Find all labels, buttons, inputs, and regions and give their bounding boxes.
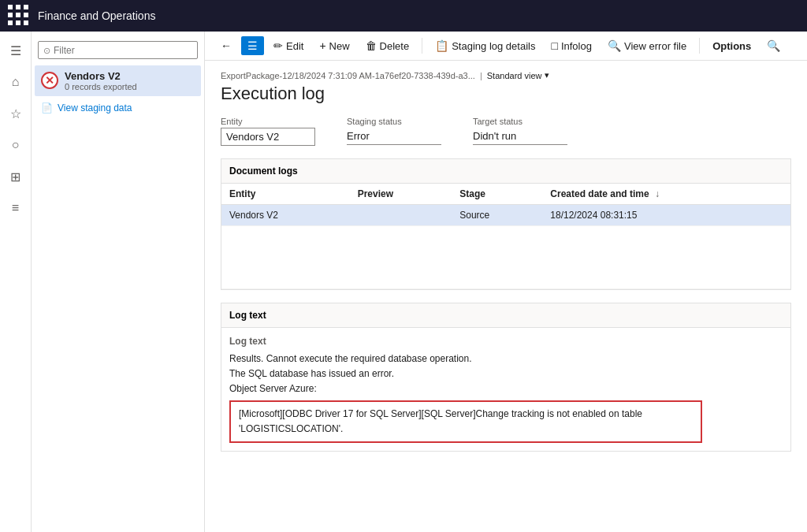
search-icon bbox=[767, 39, 780, 52]
infolog-icon bbox=[551, 39, 557, 52]
page-title: Execution log bbox=[221, 84, 791, 104]
separator-1 bbox=[422, 38, 422, 54]
col-preview[interactable]: Preview bbox=[350, 184, 452, 205]
log-text-title: Log text bbox=[221, 303, 790, 328]
modules-icon[interactable] bbox=[3, 195, 28, 221]
new-label: New bbox=[329, 40, 350, 52]
menu-button[interactable] bbox=[241, 36, 264, 55]
filter-input[interactable] bbox=[54, 45, 192, 56]
app-title: Finance and Operations bbox=[38, 9, 155, 22]
view-error-label: View error file bbox=[624, 40, 686, 52]
log-line-1: Results. Cannot execute the required dat… bbox=[229, 352, 783, 366]
app-grid-icon[interactable] bbox=[8, 5, 30, 27]
infolog-label: Infolog bbox=[561, 40, 592, 52]
favorites-icon[interactable] bbox=[3, 101, 28, 126]
edit-button[interactable]: Edit bbox=[267, 36, 310, 55]
delete-button[interactable]: Delete bbox=[359, 36, 416, 55]
log-error-line-2: 'LOGISTICSLOCATION'. bbox=[239, 422, 693, 437]
target-status-label: Target status bbox=[473, 117, 567, 126]
filter-box[interactable] bbox=[38, 41, 198, 59]
standard-view-label: Standard view bbox=[487, 71, 542, 80]
document-logs-container: Document logs Entity Preview Stage Creat… bbox=[221, 158, 791, 290]
entity-label: Entity bbox=[221, 117, 315, 126]
sidebar-item-name: Vendors V2 bbox=[65, 70, 137, 82]
options-label: Options bbox=[712, 40, 751, 52]
col-stage[interactable]: Stage bbox=[452, 184, 542, 205]
log-text-lines: Results. Cannot execute the required dat… bbox=[229, 352, 783, 443]
edit-label: Edit bbox=[286, 40, 303, 52]
row-preview bbox=[350, 205, 452, 226]
back-button[interactable] bbox=[214, 36, 238, 55]
document-logs-table: Entity Preview Stage Created date and ti… bbox=[221, 184, 790, 289]
vendors-sidebar-item[interactable]: ✕ Vendors V2 0 records exported bbox=[35, 65, 201, 96]
staging-status-label: Staging status bbox=[347, 117, 441, 126]
delete-label: Delete bbox=[380, 40, 410, 52]
sidebar: ✕ Vendors V2 0 records exported View sta… bbox=[32, 32, 205, 532]
row-stage: Source bbox=[452, 205, 542, 226]
new-button[interactable]: New bbox=[313, 36, 355, 55]
entity-fields-row: Entity Vendors V2 Staging status Error T… bbox=[221, 117, 791, 146]
infolog-button[interactable]: Infolog bbox=[545, 36, 598, 55]
view-staging-label: View staging data bbox=[58, 102, 132, 113]
filter-icon bbox=[43, 44, 50, 56]
chevron-down-icon: ▾ bbox=[545, 70, 549, 80]
home-icon[interactable] bbox=[3, 69, 28, 95]
view-error-button[interactable]: View error file bbox=[601, 36, 693, 55]
icon-rail bbox=[0, 32, 32, 532]
error-icon: ✕ bbox=[41, 72, 58, 89]
row-created: 18/12/2024 08:31:15 bbox=[542, 205, 790, 226]
log-line-2: The SQL database has issued an error. bbox=[229, 366, 783, 381]
target-status-field-group: Target status Didn't run bbox=[473, 117, 567, 146]
main-scroll[interactable]: ExportPackage-12/18/2024 7:31:09 AM-1a76… bbox=[205, 61, 807, 532]
back-icon bbox=[221, 39, 232, 52]
command-bar: Edit New Delete Staging log details Info… bbox=[205, 32, 807, 61]
col-entity[interactable]: Entity bbox=[221, 184, 350, 205]
content-area: Edit New Delete Staging log details Info… bbox=[205, 32, 807, 532]
top-bar: Finance and Operations bbox=[0, 0, 807, 32]
log-text-section: Log text Log text Results. Cannot execut… bbox=[221, 303, 791, 452]
log-sublabel: Log text bbox=[229, 336, 783, 347]
staging-doc-icon bbox=[41, 102, 53, 113]
sidebar-item-sub: 0 records exported bbox=[65, 82, 137, 91]
target-status-value: Didn't run bbox=[473, 128, 567, 145]
staging-log-button[interactable]: Staging log details bbox=[429, 36, 541, 55]
staging-icon bbox=[435, 39, 448, 52]
log-line-3: Object Server Azure: bbox=[229, 381, 783, 396]
table-spacer-row bbox=[221, 226, 790, 289]
entity-value[interactable]: Vendors V2 bbox=[221, 128, 315, 146]
staging-status-field-group: Staging status Error bbox=[347, 117, 441, 146]
staging-log-label: Staging log details bbox=[452, 40, 535, 52]
document-logs-title: Document logs bbox=[221, 159, 790, 184]
view-error-icon bbox=[608, 39, 621, 52]
standard-view-selector[interactable]: Standard view ▾ bbox=[487, 70, 550, 80]
options-button[interactable]: Options bbox=[706, 37, 757, 55]
menu-icon bbox=[247, 39, 258, 52]
row-entity: Vendors V2 bbox=[221, 205, 350, 226]
document-logs-table-container: Entity Preview Stage Created date and ti… bbox=[221, 184, 790, 289]
separator-2 bbox=[699, 38, 700, 54]
recent-icon[interactable] bbox=[3, 132, 28, 158]
breadcrumb-separator: | bbox=[480, 71, 482, 80]
hamburger-icon[interactable] bbox=[3, 38, 28, 63]
log-error-line-1: [Microsoft][ODBC Driver 17 for SQL Serve… bbox=[239, 407, 693, 422]
table-row[interactable]: Vendors V2 Source 18/12/2024 08:31:15 bbox=[221, 205, 790, 226]
view-staging-link[interactable]: View staging data bbox=[32, 96, 204, 120]
log-error-box: [Microsoft][ODBC Driver 17 for SQL Serve… bbox=[229, 400, 702, 443]
col-created[interactable]: Created date and time ↓ bbox=[542, 184, 790, 205]
log-text-body: Log text Results. Cannot execute the req… bbox=[221, 328, 790, 451]
entity-field-group: Entity Vendors V2 bbox=[221, 117, 315, 146]
sort-arrow: ↓ bbox=[655, 188, 660, 199]
breadcrumb: ExportPackage-12/18/2024 7:31:09 AM-1a76… bbox=[221, 70, 791, 80]
staging-status-value: Error bbox=[347, 128, 441, 145]
search-button[interactable] bbox=[761, 36, 787, 55]
workspaces-icon[interactable] bbox=[3, 164, 28, 189]
breadcrumb-text: ExportPackage-12/18/2024 7:31:09 AM-1a76… bbox=[221, 71, 475, 80]
edit-icon bbox=[273, 39, 283, 52]
delete-icon bbox=[366, 39, 377, 52]
new-icon bbox=[319, 39, 325, 52]
